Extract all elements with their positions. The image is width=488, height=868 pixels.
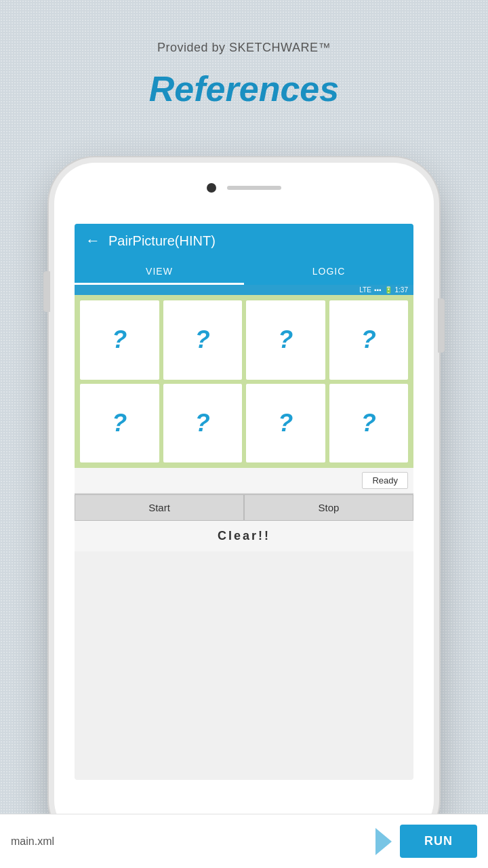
phone-top <box>176 183 312 193</box>
phone-frame: ← PairPicture(HINT) VIEW LOGIC LTE ▪▪▪ 🔋… <box>54 163 434 841</box>
control-buttons: Start Stop <box>75 494 413 521</box>
card-1[interactable]: ? <box>80 300 159 380</box>
app-tabs: VIEW LOGIC <box>75 258 413 285</box>
camera-dot <box>207 183 216 193</box>
start-button[interactable]: Start <box>75 494 244 521</box>
tab-logic[interactable]: LOGIC <box>244 258 413 285</box>
run-button[interactable]: RUN <box>400 825 477 858</box>
clear-text: Clear!! <box>75 521 413 551</box>
card-2[interactable]: ? <box>163 300 243 380</box>
battery-icon: 🔋 <box>384 286 392 294</box>
page-title: References <box>0 68 488 109</box>
provided-by-text: Provided by SKETCHWARE™ <box>0 41 488 55</box>
card-7[interactable]: ? <box>246 384 325 463</box>
card-3[interactable]: ? <box>246 300 325 380</box>
app-bar-title: PairPicture(HINT) <box>108 233 216 249</box>
card-1-symbol: ? <box>112 326 127 354</box>
ready-area: Ready <box>75 468 413 494</box>
bottom-bar: main.xml RUN <box>0 814 488 868</box>
card-7-symbol: ? <box>278 409 293 437</box>
card-6-symbol: ? <box>195 409 210 437</box>
card-3-symbol: ? <box>278 326 293 354</box>
card-grid: ? ? ? ? ? ? ? ? <box>80 300 408 462</box>
phone-screen: ← PairPicture(HINT) VIEW LOGIC LTE ▪▪▪ 🔋… <box>75 224 413 780</box>
stop-button[interactable]: Stop <box>244 494 413 521</box>
time-display: 1:37 <box>395 286 408 294</box>
card-grid-container: ? ? ? ? ? ? ? ? <box>75 295 413 468</box>
card-5-symbol: ? <box>112 409 127 437</box>
back-arrow-icon[interactable]: ← <box>85 232 100 250</box>
card-2-symbol: ? <box>195 326 210 354</box>
page-header: Provided by SKETCHWARE™ References <box>0 0 488 109</box>
card-4-symbol: ? <box>361 326 376 354</box>
app-bar: ← PairPicture(HINT) VIEW LOGIC <box>75 224 413 285</box>
tab-view[interactable]: VIEW <box>75 258 244 285</box>
network-icon: LTE <box>359 286 371 294</box>
card-5[interactable]: ? <box>80 384 159 463</box>
status-bar: LTE ▪▪▪ 🔋 1:37 <box>75 285 413 295</box>
card-4[interactable]: ? <box>329 300 409 380</box>
game-screen: LTE ▪▪▪ 🔋 1:37 ? ? ? ? ? ? ? ? <box>75 285 413 551</box>
speaker-bar <box>227 186 281 190</box>
card-6[interactable]: ? <box>163 384 243 463</box>
file-name: main.xml <box>11 835 367 848</box>
ready-button[interactable]: Ready <box>362 472 408 489</box>
triangle-accent-icon <box>375 828 392 855</box>
signal-icon: ▪▪▪ <box>374 286 382 294</box>
card-8-symbol: ? <box>361 409 376 437</box>
card-8[interactable]: ? <box>329 384 409 463</box>
